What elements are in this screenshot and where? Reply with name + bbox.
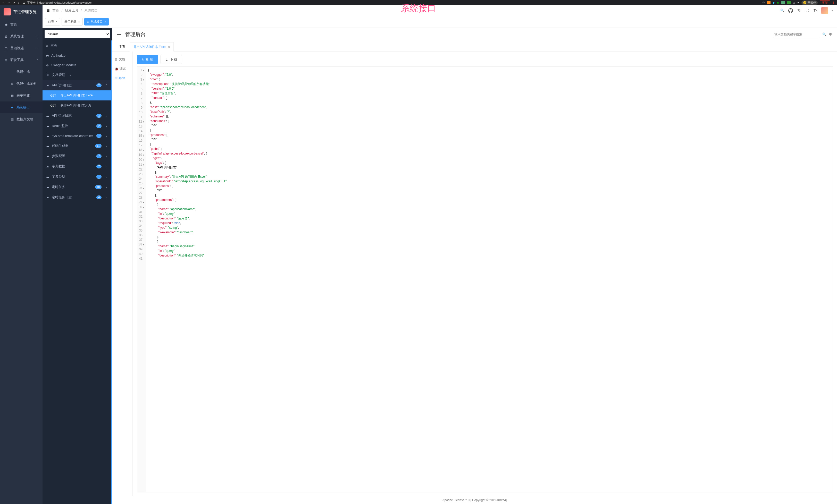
menu-item[interactable]: ⊕研发工具⌃ [0,54,42,66]
menu-item[interactable]: ▦表单构建 [0,90,42,101]
url-text: dashboard.yudao.iocoder.cn/tool/swagger [39,1,92,4]
back-icon[interactable]: ← [2,1,5,4]
group-select[interactable]: default [44,30,110,38]
api-group[interactable]: ☁定时任务日志4⌄ [42,192,111,202]
reload-icon[interactable]: ⟳ [13,1,15,4]
api-endpoint[interactable]: GET导出API 访问日志 Excel [42,90,111,100]
collapse-icon[interactable]: ☰ [47,8,50,12]
star-icon[interactable]: ☆ [762,1,765,4]
ext-icon[interactable]: ◉ [777,1,779,4]
crumb-tools[interactable]: 研发工具 [65,8,78,12]
doc-nav-doc[interactable]: 🗎文档 [114,55,131,64]
fullscreen-icon[interactable]: ⛶ [805,8,809,13]
api-group[interactable]: ◓Authorize [42,51,111,60]
code-editor[interactable]: 1 ▾2 3 ▾4 5 6 7 8 9 10 11 12 ▾13 14 15 ▾… [137,67,833,492]
lang-toggle[interactable]: 中 [829,32,832,37]
logo[interactable]: 芋道管理系统 [0,5,42,19]
code-body: { "swagger": "2.0", "info": { "descripti… [146,67,833,492]
api-label: 字典数据 [52,164,65,169]
page-tab[interactable]: 首页× [45,18,60,25]
main-sidebar: 芋道管理系统 ◉首页✿系统管理⌄▢基础设施⌄⊕研发工具⌃代码生成◈代码生成示例▦… [0,5,42,504]
api-group[interactable]: ☁字典数据7⌄ [42,161,111,171]
menu-label: 数据库文档 [17,117,33,122]
copy-button[interactable]: ⎘复 制 [137,55,158,64]
close-icon[interactable]: × [78,20,80,23]
download-button[interactable]: ⤓下 载 [161,55,182,64]
menu-item[interactable]: ▢基础设施⌄ [0,42,42,54]
footer: Apache License 2.0 | Copyright © 2019-Kn… [112,496,837,504]
ext-icon[interactable] [787,1,790,4]
main-content: 管理后台 🔍 中 主页 导出API 访问日志 Excel ✕ [112,28,837,504]
menu-item[interactable]: ✿系统管理⌄ [0,31,42,42]
count-badge: 2 [96,124,102,128]
ext-icon[interactable] [767,1,770,4]
avatar[interactable] [821,7,828,14]
crumb-home[interactable]: 首页 [52,8,59,12]
api-group[interactable]: 🗎文档管理⌄ [42,70,111,80]
page-tab[interactable]: 表单构建× [61,18,83,25]
menu-item[interactable]: ◉首页 [0,19,42,31]
ext-icon[interactable]: ◆ [772,1,774,4]
doc-nav-open[interactable]: ⎘Open [114,74,131,82]
count-badge: 2 [96,83,102,87]
chevron-icon: ⌄ [106,145,108,147]
tab-label: 系统接口 [90,20,103,24]
menu-item[interactable]: ≡系统接口 [0,101,42,113]
api-group[interactable]: ☁代码生成器11⌄ [42,141,111,151]
collapse-api-sidebar-icon[interactable] [117,33,121,36]
api-group[interactable]: ☁字典类型7⌄ [42,171,111,182]
menu-icon[interactable]: ⋮ [832,1,835,4]
url-bar[interactable]: ▲ 不安全 | dashboard.yudao.iocoder.cn/tool/… [23,1,759,5]
close-icon[interactable]: × [56,20,57,23]
menu-item[interactable]: ◈代码生成示例 [0,78,42,90]
menu-item[interactable]: ▤数据库文档 [0,113,42,125]
group-icon: ☁ [46,83,49,87]
api-group[interactable]: ☁参数配置7⌄ [42,151,111,161]
update-button[interactable]: 更新 [820,0,830,5]
doc-tab-home[interactable]: 主页 [115,42,129,51]
tab-label: 表单构建 [65,20,77,24]
menu-item[interactable]: 代码生成 [0,66,42,78]
search-submit-icon[interactable]: 🔍 [822,33,826,36]
api-group[interactable]: ☁API 访问日志2⌃ [42,80,111,90]
chevron-icon: ⌃ [106,84,108,87]
doc-nav-debug[interactable]: 🐞调试 [114,64,131,74]
api-group[interactable]: ☁API 错误日志3⌄ [42,111,111,121]
ext-icon[interactable] [781,1,785,4]
paused-pill[interactable]: 😊 已暂停 [801,1,818,5]
api-group[interactable]: ☁Redis 监控2⌄ [42,121,111,131]
menu-icon: ≡ [10,106,14,109]
forward-icon[interactable]: → [7,1,10,4]
doc-tab-current[interactable]: 导出API 访问日志 Excel ✕ [130,42,174,52]
close-icon[interactable]: ✕ [168,45,170,49]
menu-icon: ✿ [4,35,8,38]
chevron-icon: ⌄ [36,35,38,38]
user-dropdown-icon[interactable]: ▾ [832,9,833,12]
ext-icon[interactable]: ⊞ [793,1,795,4]
close-icon[interactable]: × [104,20,106,23]
api-group[interactable]: ⊛Swagger Models [42,60,111,70]
page-tab[interactable]: ●系统接口× [84,18,109,25]
search-icon[interactable]: 🔍 [780,8,785,13]
home-icon[interactable]: ⌂ [18,1,20,4]
chevron-icon: ⌄ [106,175,108,178]
group-icon: ☁ [46,175,49,179]
github-icon[interactable] [788,8,793,13]
doc-left-nav: 🗎文档 🐞调试 ⎘Open [112,52,133,496]
api-group[interactable]: ☁sys-sms-template-controller7⌄ [42,131,111,141]
help-icon[interactable]: ?⃝ [797,8,801,13]
api-sidebar: default ⌂主页◓Authorize⊛Swagger Models🗎文档管… [42,28,112,504]
api-label: API 错误日志 [52,113,72,118]
group-icon: ☁ [46,114,49,117]
http-method: GET [50,104,58,107]
api-endpoint[interactable]: GET获得API 访问日志分页 [42,100,111,111]
api-group[interactable]: ☁定时任务10⌄ [42,182,111,192]
menu-icon: ▦ [10,94,14,98]
copy-icon: ⎘ [142,58,144,61]
api-label: 代码生成器 [52,144,69,148]
fontsize-icon[interactable]: TT [813,8,818,13]
search-input[interactable] [773,32,820,37]
puzzle-icon[interactable]: ✦ [797,1,799,4]
api-label: 参数配置 [52,154,65,158]
api-group[interactable]: ⌂主页 [42,40,111,51]
